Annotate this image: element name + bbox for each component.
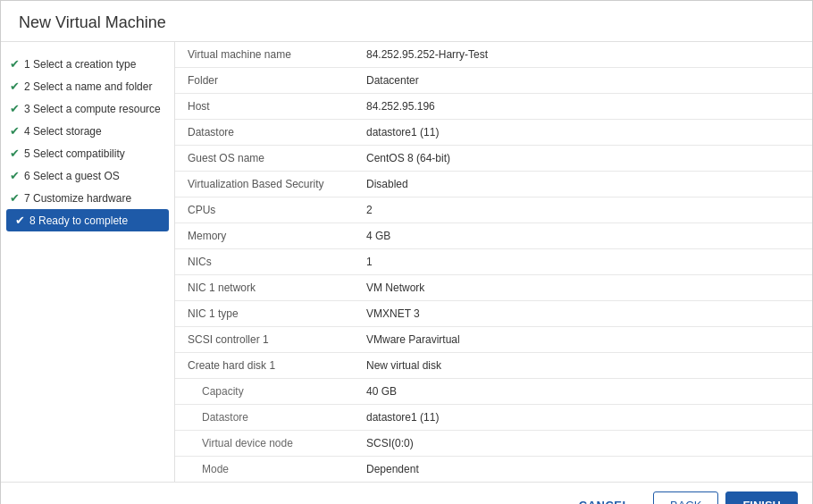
row-value: 84.252.95.196 (354, 94, 812, 120)
row-label: Capacity (175, 379, 354, 405)
table-row: Create hard disk 1New virtual disk (175, 353, 812, 379)
cancel-button[interactable]: CANCEL (563, 492, 646, 504)
summary-table: Virtual machine name84.252.95.252-Harry-… (175, 42, 812, 482)
row-label: Virtual machine name (175, 42, 354, 68)
row-value: VM Network (354, 275, 812, 301)
row-label: Guest OS name (175, 146, 354, 172)
row-label: Datastore (175, 405, 354, 431)
sidebar-item-label: 5 Select compatibility (24, 147, 125, 160)
table-row: Datastoredatastore1 (11) (175, 405, 812, 431)
row-label: Host (175, 94, 354, 120)
sidebar-item-label: 1 Select a creation type (24, 58, 136, 71)
table-row: Virtualization Based SecurityDisabled (175, 172, 812, 197)
finish-button[interactable]: FINISH (725, 491, 798, 504)
sidebar-item-step6[interactable]: ✔6 Select a guest OS (1, 164, 174, 187)
row-label: CPUs (175, 197, 354, 223)
dialog-title: New Virtual Machine (1, 1, 812, 42)
table-row: NIC 1 networkVM Network (175, 275, 812, 301)
sidebar-item-step7[interactable]: ✔7 Customize hardware (1, 187, 174, 209)
row-label: NICs (175, 249, 354, 275)
row-label: SCSI controller 1 (175, 327, 354, 353)
table-row: Guest OS nameCentOS 8 (64-bit) (175, 146, 812, 172)
sidebar-item-step1[interactable]: ✔1 Select a creation type (1, 53, 174, 75)
row-label: NIC 1 network (175, 275, 354, 301)
row-value: 2 (354, 197, 812, 223)
row-label: Folder (175, 68, 354, 94)
row-value: VMware Paravirtual (354, 327, 812, 353)
row-label: Mode (175, 457, 354, 483)
table-row: CPUs2 (175, 197, 812, 223)
table-row: Virtual machine name84.252.95.252-Harry-… (175, 42, 812, 68)
sidebar-item-step5[interactable]: ✔5 Select compatibility (1, 142, 174, 164)
table-row: Capacity40 GB (175, 379, 812, 405)
sidebar-item-label: 2 Select a name and folder (24, 80, 152, 93)
row-value: 1 (354, 249, 812, 275)
row-value: CentOS 8 (64-bit) (354, 146, 812, 172)
row-value: datastore1 (11) (354, 405, 812, 431)
sidebar-item-label: 3 Select a compute resource (24, 103, 161, 115)
table-row: FolderDatacenter (175, 68, 812, 94)
row-value: VMXNET 3 (354, 301, 812, 327)
row-label: Virtual device node (175, 431, 354, 457)
row-value: 40 GB (354, 379, 812, 405)
row-label: Datastore (175, 120, 354, 146)
sidebar: ✔1 Select a creation type✔2 Select a nam… (1, 42, 175, 482)
row-value: New virtual disk (354, 353, 812, 379)
dialog-body: ✔1 Select a creation type✔2 Select a nam… (1, 42, 812, 482)
check-icon: ✔ (10, 80, 20, 93)
sidebar-item-step3[interactable]: ✔3 Select a compute resource (1, 97, 174, 120)
back-button[interactable]: BACK (653, 491, 718, 504)
table-row: NIC 1 typeVMXNET 3 (175, 301, 812, 327)
new-vm-dialog: New Virtual Machine ✔1 Select a creation… (0, 0, 813, 504)
sidebar-item-label: 7 Customize hardware (24, 192, 131, 205)
row-value: 4 GB (354, 223, 812, 249)
table-row: Datastoredatastore1 (11) (175, 120, 812, 146)
row-value: Disabled (354, 172, 812, 197)
row-value: Datacenter (354, 68, 812, 94)
table-row: Virtual device nodeSCSI(0:0) (175, 431, 812, 457)
sidebar-item-step2[interactable]: ✔2 Select a name and folder (1, 75, 174, 97)
row-value: datastore1 (11) (354, 120, 812, 146)
row-value: SCSI(0:0) (354, 431, 812, 457)
check-icon: ✔ (15, 214, 25, 227)
row-label: Create hard disk 1 (175, 353, 354, 379)
row-value: Dependent (354, 457, 812, 483)
sidebar-item-label: 4 Select storage (24, 125, 102, 138)
table-row: NICs1 (175, 249, 812, 275)
check-icon: ✔ (10, 147, 20, 160)
row-label: Memory (175, 223, 354, 249)
table-row: Host84.252.95.196 (175, 94, 812, 120)
sidebar-item-step4[interactable]: ✔4 Select storage (1, 120, 174, 142)
table-row: Memory4 GB (175, 223, 812, 249)
row-value: 84.252.95.252-Harry-Test (354, 42, 812, 68)
dialog-footer: CANCEL BACK FINISH (1, 482, 812, 504)
row-label: Virtualization Based Security (175, 172, 354, 197)
main-content: Virtual machine name84.252.95.252-Harry-… (175, 42, 812, 482)
check-icon: ✔ (10, 191, 20, 205)
table-row: ModeDependent (175, 457, 812, 483)
sidebar-item-label: 6 Select a guest OS (24, 170, 120, 182)
check-icon: ✔ (10, 169, 20, 182)
check-icon: ✔ (10, 124, 20, 138)
sidebar-item-step8[interactable]: ✔8 Ready to complete (6, 209, 169, 231)
row-label: NIC 1 type (175, 301, 354, 327)
check-icon: ✔ (10, 57, 20, 71)
sidebar-item-label: 8 Ready to complete (29, 214, 128, 227)
check-icon: ✔ (10, 102, 20, 115)
table-row: SCSI controller 1VMware Paravirtual (175, 327, 812, 353)
